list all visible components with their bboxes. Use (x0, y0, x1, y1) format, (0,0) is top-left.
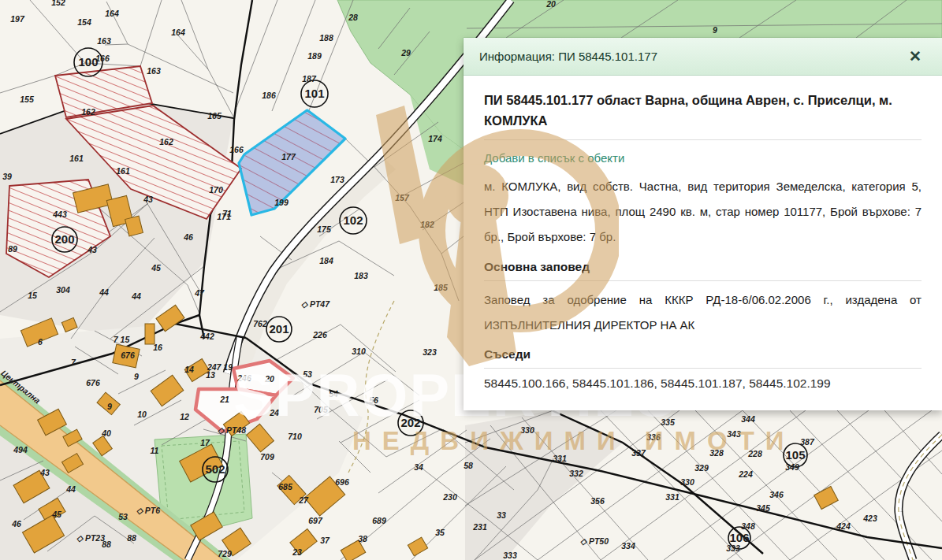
svg-text:202: 202 (400, 416, 420, 429)
add-to-list-link[interactable]: Добави в списък с обекти (484, 151, 624, 165)
svg-text:102: 102 (343, 213, 363, 227)
parcel-label: 44 (99, 287, 109, 297)
parcel-label: 152 (51, 0, 65, 7)
parcel-label: ◇ PT47 (301, 299, 330, 309)
parcel-label: 331 (553, 454, 567, 463)
parcel-label: 337 (631, 448, 646, 458)
parcel-label: 230 (442, 492, 457, 502)
neighbors-list: 58445.100.166, 58445.101.186, 58445.101.… (484, 376, 922, 391)
parcel-label: 304 (56, 285, 70, 295)
parcel-label: 88 (127, 533, 136, 543)
parcel-label: 34 (414, 462, 423, 472)
parcel-label: 346 (769, 490, 784, 499)
parcel-label: 189 (307, 51, 322, 61)
parcel-label: 697 (308, 516, 323, 525)
svg-text:201: 201 (269, 322, 289, 336)
parcel-label: 58 (464, 461, 473, 470)
parcel-label: 163 (97, 36, 111, 46)
parcel-label: 43 (87, 245, 97, 254)
parcel-label: ◇ PT6 (136, 506, 160, 515)
parcel-label: 15 (28, 291, 37, 300)
info-panel-title: Информация: ПИ 58445.101.177 (479, 50, 657, 63)
info-panel: Информация: ПИ 58445.101.177 ✕ ПИ 58445.… (464, 38, 942, 410)
parcel-label: 54 (329, 389, 338, 399)
info-panel-header: Информация: ПИ 58445.101.177 ✕ (464, 38, 942, 76)
parcel-label: 33 (497, 510, 506, 520)
close-icon[interactable]: ✕ (906, 47, 925, 65)
parcel-label: 38 (358, 534, 367, 543)
parcel-label: 187 (302, 74, 317, 83)
parcel-label: 423 (862, 514, 877, 523)
divider (484, 139, 922, 140)
parcel-label: 44 (65, 484, 76, 494)
cadastre-app: { "panel": { "header_title": "Информация… (0, 0, 942, 560)
parcel-label: 199 (274, 198, 289, 207)
parcel-label: 246 (236, 373, 251, 383)
parcel-label: 10 (137, 410, 147, 419)
parcel-label: 424 (836, 521, 851, 531)
parcel-label: 184 (319, 256, 333, 265)
parcel-label: 329 (694, 463, 709, 473)
parcel-label: 226 (312, 330, 327, 339)
parcel-label: 14 (184, 365, 194, 374)
parcel-label: 161 (116, 166, 130, 176)
parcel-label: 729 (218, 549, 232, 558)
parcel-label: 44 (131, 291, 141, 301)
parcel-label: 387 (800, 437, 815, 447)
parcel-label: 333 (726, 543, 740, 553)
parcel-label: 45 (151, 263, 161, 273)
parcel-label: 330 (680, 477, 694, 487)
parcel-label: 37 (320, 536, 330, 545)
parcel-label: 28 (348, 13, 358, 22)
parcel-label: 185 (434, 283, 448, 292)
parcel-label: 173 (330, 175, 344, 184)
parcel-label: 182 (420, 220, 434, 229)
parcel-label: 165 (207, 111, 222, 121)
parcel-label: 56 (369, 395, 378, 405)
parcel-label: 186 (262, 91, 276, 100)
parcel-label: 188 (319, 33, 333, 43)
parcel-label: 164 (171, 28, 185, 37)
info-panel-body: ПИ 58445.101.177 област Варна, община Ав… (464, 76, 942, 391)
parcel-label: 328 (709, 448, 724, 458)
parcel-label: 12 (180, 412, 189, 421)
parcel-label: 53 (118, 512, 128, 521)
parcel-label: 685 (278, 482, 292, 491)
parcel-label: 349 (785, 462, 799, 472)
parcel-label: 43 (39, 468, 50, 477)
parcel-label: 175 (317, 224, 331, 234)
parcel-label: 7 15 (114, 335, 130, 344)
parcel-label: 705 (314, 405, 328, 414)
parcel-title: ПИ 58445.101.177 област Варна, община Ав… (484, 90, 922, 132)
parcel-label: 89 (8, 244, 17, 254)
parcel-label: 43 (143, 195, 153, 204)
parcel-label: 710 (288, 432, 302, 441)
parcel-label: 162 (81, 107, 95, 117)
parcel-label: 166 (95, 54, 110, 63)
parcel-label: 24 (269, 408, 279, 417)
parcel-label: 164 (105, 9, 119, 18)
parcel-label: 46 (183, 232, 193, 242)
parcel-label: 162 (159, 137, 173, 146)
parcel-label: 231 (472, 522, 487, 532)
parcel-label: 53 (303, 369, 312, 379)
parcel-label: 330 (520, 425, 534, 435)
parcel-label: 29 (400, 48, 411, 57)
parcel-label: 166 (229, 145, 244, 154)
divider (484, 280, 922, 281)
parcel-label: 71 (222, 209, 232, 218)
parcel-label: 9 (107, 402, 112, 411)
parcel-label: 11 (151, 446, 159, 455)
parcel-label: 177 (281, 152, 296, 161)
parcel-label: 443 (52, 210, 67, 219)
parcel-label: 442 (199, 332, 214, 341)
parcel-label: 762 (253, 319, 267, 328)
parcel-label: 170 (209, 185, 223, 195)
svg-text:106: 106 (729, 531, 749, 544)
parcel-label: 17 (200, 438, 210, 447)
parcel-label: 155 (20, 95, 34, 104)
parcel-label: 157 (395, 193, 410, 202)
parcel-label: 35 (435, 528, 445, 537)
parcel-label: 689 (372, 516, 386, 525)
parcel-label: 331 (665, 492, 680, 502)
